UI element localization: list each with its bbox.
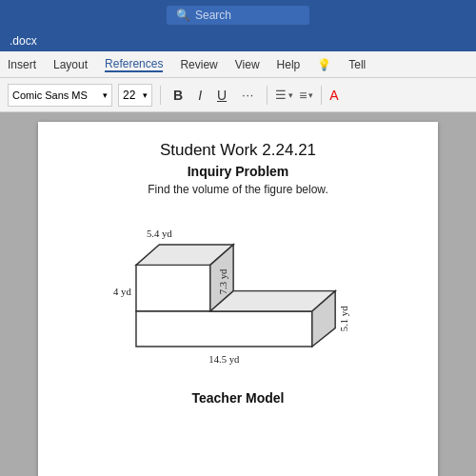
list-buttons: ☰ ▾ ≡ ▾ bbox=[275, 88, 313, 103]
ribbon-menu: Insert Layout References Review View Hel… bbox=[0, 51, 476, 78]
tell-icon: 💡 bbox=[317, 58, 331, 71]
font-name: Comic Sans MS bbox=[12, 89, 88, 101]
ribbon-layout[interactable]: Layout bbox=[53, 58, 88, 71]
title-bar: 🔍 Search bbox=[0, 0, 476, 30]
font-selector[interactable]: Comic Sans MS ▾ bbox=[8, 84, 112, 107]
search-placeholder: Search bbox=[195, 9, 231, 22]
doc-instruction: Find the volume of the figure below. bbox=[67, 183, 409, 196]
toolbar-divider-2 bbox=[267, 86, 268, 105]
list-icon[interactable]: ☰ bbox=[275, 88, 287, 102]
svg-text:7.3 yd: 7.3 yd bbox=[217, 268, 228, 294]
ribbon-view[interactable]: View bbox=[235, 58, 260, 71]
ribbon-review[interactable]: Review bbox=[180, 58, 217, 71]
indent-dropdown-icon[interactable]: ▾ bbox=[308, 90, 313, 100]
indent-icon[interactable]: ≡ bbox=[299, 88, 307, 103]
doc-area: Student Work 2.24.21 Inquiry Problem Fin… bbox=[0, 112, 476, 476]
bold-button[interactable]: B bbox=[169, 84, 188, 107]
more-button[interactable]: ··· bbox=[237, 84, 259, 107]
ribbon-references[interactable]: References bbox=[105, 57, 163, 72]
svg-text:14.5 yd: 14.5 yd bbox=[208, 353, 240, 365]
file-bar: .docx bbox=[0, 30, 476, 51]
teacher-label: Teacher Model bbox=[67, 390, 409, 406]
font-dropdown-icon: ▾ bbox=[103, 90, 108, 100]
svg-marker-3 bbox=[136, 311, 312, 347]
size-dropdown-icon: ▾ bbox=[143, 90, 148, 100]
doc-subtitle: Inquiry Problem bbox=[67, 164, 409, 179]
svg-text:5.4 yd: 5.4 yd bbox=[147, 228, 172, 239]
list-dropdown-icon[interactable]: ▾ bbox=[288, 90, 293, 100]
svg-marker-0 bbox=[136, 265, 210, 311]
underline-button[interactable]: U bbox=[212, 84, 231, 107]
font-size-selector[interactable]: 22 ▾ bbox=[118, 84, 152, 107]
svg-text:4 yd: 4 yd bbox=[113, 286, 131, 297]
ribbon-insert[interactable]: Insert bbox=[8, 58, 36, 71]
font-color-icon[interactable]: A bbox=[329, 88, 338, 103]
italic-button[interactable]: I bbox=[193, 84, 207, 107]
toolbar-divider-3 bbox=[321, 86, 322, 105]
doc-title: Student Work 2.24.21 bbox=[67, 141, 409, 160]
figure-svg: 5.4 yd 4 yd 7.3 yd 14.5 yd 5.1 yd bbox=[105, 209, 371, 381]
search-icon: 🔍 bbox=[176, 9, 190, 22]
toolbar-divider-1 bbox=[160, 86, 161, 105]
figure-area: 5.4 yd 4 yd 7.3 yd 14.5 yd 5.1 yd bbox=[67, 209, 409, 381]
doc-page: Student Work 2.24.21 Inquiry Problem Fin… bbox=[38, 122, 438, 476]
ribbon-help[interactable]: Help bbox=[277, 58, 301, 71]
font-size: 22 bbox=[123, 89, 135, 102]
toolbar: Comic Sans MS ▾ 22 ▾ B I U ··· ☰ ▾ ≡ ▾ A bbox=[0, 78, 476, 112]
ribbon-tell[interactable]: Tell bbox=[348, 58, 366, 71]
search-box[interactable]: 🔍 Search bbox=[167, 6, 309, 25]
svg-text:5.1 yd: 5.1 yd bbox=[338, 306, 349, 331]
file-name: .docx bbox=[10, 34, 37, 48]
